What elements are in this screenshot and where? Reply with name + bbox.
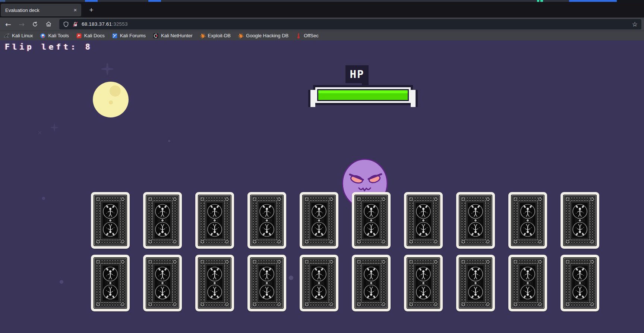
card-back-art bbox=[302, 195, 336, 246]
hp-bar-fill bbox=[318, 90, 408, 100]
card-back-art bbox=[354, 257, 388, 309]
bookmark-kali-linux[interactable]: Kali Linux bbox=[4, 33, 33, 39]
bookmark-label: OffSec bbox=[304, 33, 319, 38]
card-back[interactable] bbox=[195, 192, 234, 249]
card-back-art bbox=[563, 257, 597, 309]
reload-icon bbox=[32, 21, 38, 27]
card-back[interactable] bbox=[143, 255, 182, 311]
card-back-art bbox=[198, 195, 231, 246]
card-grid bbox=[91, 192, 599, 311]
url-host: 68.183.37.61 bbox=[82, 21, 112, 27]
card-back-art bbox=[146, 195, 179, 246]
card-back-art bbox=[563, 195, 597, 246]
tab-close-icon[interactable]: × bbox=[72, 6, 79, 14]
google-hacking-db-bug-icon bbox=[238, 33, 244, 39]
browser-tab[interactable]: Evaluation deck × bbox=[1, 4, 81, 16]
bookmarks-bar: Kali Linux Kali Tools Kali Docs Kali For… bbox=[0, 31, 644, 40]
hp-label: HP bbox=[345, 65, 369, 83]
kali-docs-icon bbox=[76, 33, 82, 39]
url-bar[interactable]: 68.183.37.61:32553 ☆ bbox=[59, 19, 641, 29]
taskbar-segment bbox=[0, 0, 5, 2]
new-tab-button[interactable]: + bbox=[86, 4, 97, 16]
card-back-art bbox=[407, 195, 440, 246]
card-back[interactable] bbox=[300, 255, 338, 311]
exploit-db-bug-icon bbox=[200, 33, 206, 39]
sparkle-x-icon: × bbox=[37, 129, 42, 136]
card-back-art bbox=[511, 195, 544, 246]
card-back[interactable] bbox=[247, 255, 286, 311]
back-button[interactable]: ← bbox=[3, 19, 14, 29]
card-back[interactable] bbox=[456, 255, 495, 311]
card-back[interactable] bbox=[352, 192, 391, 249]
bookmark-kali-forums[interactable]: Kali Forums bbox=[112, 33, 146, 39]
game-page: Flip left: 8 × HP bbox=[0, 40, 644, 333]
card-back[interactable] bbox=[300, 192, 338, 249]
card-back[interactable] bbox=[561, 192, 599, 249]
card-back[interactable] bbox=[195, 255, 234, 311]
card-back[interactable] bbox=[352, 255, 391, 311]
bookmark-kali-tools[interactable]: Kali Tools bbox=[40, 33, 69, 39]
kali-nethunter-icon bbox=[153, 33, 159, 39]
taskbar-window-button[interactable] bbox=[148, 0, 161, 2]
reload-button[interactable] bbox=[29, 19, 41, 29]
taskbar-window-button[interactable] bbox=[569, 0, 617, 2]
bookmark-label: Exploit-DB bbox=[208, 33, 231, 38]
bookmark-google-hacking-db[interactable]: Google Hacking DB bbox=[238, 33, 288, 39]
shield-icon[interactable] bbox=[63, 21, 69, 27]
card-back-art bbox=[198, 257, 231, 309]
card-back-art bbox=[250, 257, 284, 309]
taskbar-segment bbox=[617, 0, 644, 2]
kali-forums-icon bbox=[112, 33, 118, 39]
card-back-art bbox=[354, 195, 388, 246]
forward-button[interactable]: → bbox=[16, 19, 27, 29]
url-text[interactable]: 68.183.37.61:32553 bbox=[82, 21, 629, 27]
card-back-art bbox=[459, 195, 492, 246]
bookmark-kali-nethunter[interactable]: Kali NetHunter bbox=[153, 33, 193, 39]
card-back[interactable] bbox=[404, 192, 443, 249]
hp-bar-track bbox=[317, 89, 409, 101]
card-back[interactable] bbox=[508, 255, 547, 311]
card-back[interactable] bbox=[91, 192, 130, 249]
card-back-art bbox=[407, 257, 440, 309]
card-back[interactable] bbox=[508, 192, 547, 249]
card-back[interactable] bbox=[91, 255, 130, 311]
card-back-art bbox=[250, 195, 284, 246]
bookmark-label: Kali Tools bbox=[48, 33, 69, 38]
kali-tools-icon bbox=[40, 33, 46, 39]
card-back-art bbox=[94, 257, 127, 309]
insecure-lock-icon[interactable] bbox=[72, 21, 78, 27]
card-back[interactable] bbox=[404, 255, 443, 311]
bookmark-label: Kali NetHunter bbox=[161, 33, 193, 38]
card-back[interactable] bbox=[247, 192, 286, 249]
nav-toolbar: ← → 68.183.37.61:32553 ☆ bbox=[0, 18, 644, 31]
bookmark-kali-docs[interactable]: Kali Docs bbox=[76, 33, 105, 39]
star-dot bbox=[60, 280, 63, 284]
taskbar-window-button[interactable] bbox=[85, 0, 98, 2]
kali-linux-icon bbox=[4, 33, 10, 39]
flip-counter: Flip left: 8 bbox=[5, 43, 93, 51]
card-back[interactable] bbox=[561, 255, 599, 311]
card-row bbox=[91, 255, 599, 311]
bookmark-exploit-db[interactable]: Exploit-DB bbox=[200, 33, 231, 39]
star-dot bbox=[42, 197, 45, 200]
card-back[interactable] bbox=[456, 192, 495, 249]
star-dot bbox=[168, 140, 170, 142]
bookmark-star-icon[interactable]: ☆ bbox=[632, 21, 638, 28]
desktop-top-strip bbox=[0, 0, 644, 2]
card-back-art bbox=[94, 195, 127, 246]
moon bbox=[93, 82, 129, 117]
bookmark-label: Kali Forums bbox=[120, 33, 146, 38]
hp-bar bbox=[313, 85, 413, 105]
taskbar-indicator bbox=[540, 0, 543, 2]
taskbar-indicator bbox=[537, 0, 539, 2]
moon-crater bbox=[110, 85, 121, 97]
hp-bar-frame bbox=[315, 87, 411, 103]
card-back[interactable] bbox=[143, 192, 182, 249]
bookmark-offsec[interactable]: OffSec bbox=[296, 33, 319, 39]
home-button[interactable] bbox=[43, 19, 54, 29]
card-back-art bbox=[459, 257, 492, 309]
sparkle-icon bbox=[101, 63, 113, 75]
moon-crater bbox=[109, 100, 113, 104]
bookmark-label: Kali Docs bbox=[84, 33, 105, 38]
url-port: :32553 bbox=[112, 21, 128, 27]
